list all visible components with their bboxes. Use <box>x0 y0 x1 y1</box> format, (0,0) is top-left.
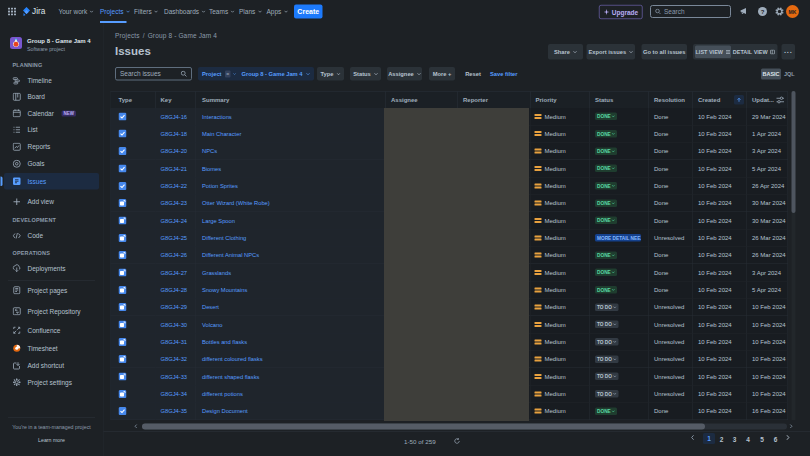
svg-text:?: ? <box>761 9 765 15</box>
